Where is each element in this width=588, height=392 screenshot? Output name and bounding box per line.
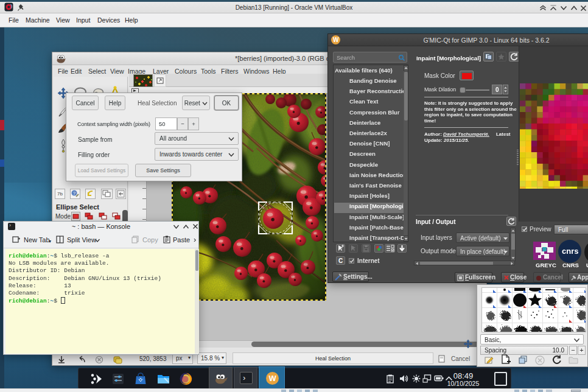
svg-text:?: ? [73, 191, 76, 196]
